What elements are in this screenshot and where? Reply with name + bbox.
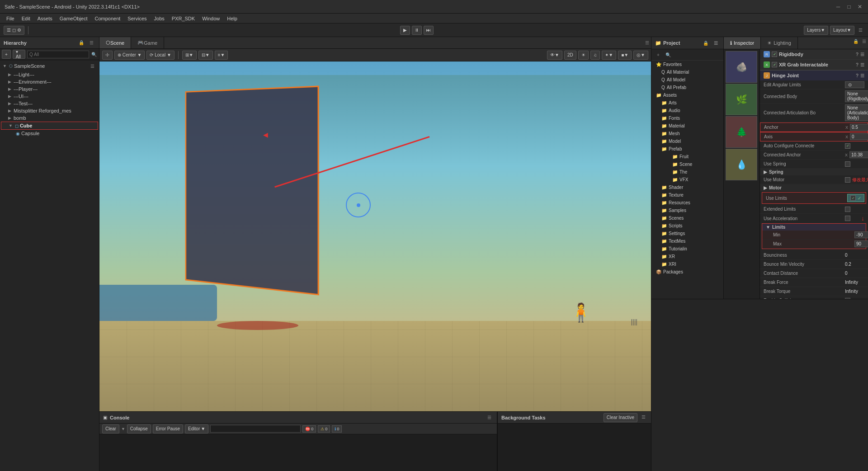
menu-pxr[interactable]: PXR_SDK [168,15,198,22]
project-folder-model[interactable]: 📁 Model [651,137,723,145]
project-folder-vfx[interactable]: 📁 VFX [651,176,723,184]
align-settings[interactable]: ≡▼ [215,51,228,60]
use-spring-checkbox[interactable] [845,161,864,167]
connected-articulation-value[interactable]: None (Articulation Body) ◎ [845,104,868,121]
snap-settings[interactable]: ⊟▼ [198,51,213,60]
anchor-x-input[interactable] [850,124,868,131]
menu-edit[interactable]: Edit [18,15,34,22]
use-acceleration-checkbox[interactable] [845,216,858,221]
edit-angular-limits-icon[interactable]: ⊙ [845,81,864,88]
menu-jobs[interactable]: Jobs [151,15,168,22]
project-folder-scene[interactable]: 📁 Scene [651,160,723,168]
hierarchy-item-ui[interactable]: ▶ ---UI--- [1,93,98,100]
enable-collision-checkbox[interactable] [845,298,864,299]
extended-limits-checkbox[interactable] [845,207,864,212]
project-folder-fruit[interactable]: 📁 Fruit [651,153,723,160]
inspector-menu-icon[interactable]: ☰ [860,37,868,45]
clear-inactive-button[interactable]: Clear Inactive [604,413,637,422]
light-toggle[interactable]: ☀ [578,51,589,60]
hierarchy-item-samplescene[interactable]: ▼ ⬡ SampleScene ☰ [1,61,98,71]
menu-file[interactable]: File [3,15,18,22]
connected-body-value[interactable]: None (Rigidbody) ◎ [845,90,868,102]
maximize-button[interactable]: □ [845,3,853,10]
clear-button[interactable]: Clear [102,424,119,433]
project-search-btn[interactable]: 🔍 [664,51,672,59]
hierarchy-add-button[interactable]: + [2,50,11,59]
project-folder-resources[interactable]: 📁 Resources [651,199,723,207]
console-search-input[interactable] [210,425,301,433]
hingejoint-settings-icon[interactable]: ☰ [860,73,864,78]
hierarchy-item-capsule[interactable]: ◉ Capsule [1,130,98,137]
hierarchy-item-player[interactable]: ▶ ---Player--- [1,85,98,93]
sample-terrain[interactable]: 🌿 [726,84,757,115]
project-folder-samples[interactable]: 📁 Samples [651,207,723,214]
tab-inspector[interactable]: ℹ Inspector [724,37,761,49]
hingejoint-help-icon[interactable]: ? [856,73,859,78]
sample-water[interactable]: 💧 [726,149,757,180]
axis-x-input[interactable] [850,133,868,140]
rigidbody-header[interactable]: R Rigidbody ? ☰ [760,49,868,59]
project-folder-all-material[interactable]: Q All Material [651,68,723,76]
tab-scene[interactable]: ⬡ Scene [99,37,131,48]
use-motor-check[interactable] [845,177,850,183]
project-folder-favorites[interactable]: ⭐ Favorites [651,61,723,68]
render-mode[interactable]: ■▼ [618,51,632,60]
gizmos-btn[interactable]: ◎▼ [633,51,648,60]
hierarchy-item-light[interactable]: ▶ ---Light--- [1,71,98,78]
hierarchy-item-menu[interactable]: ☰ [88,62,96,70]
motor-section[interactable]: ▶ Motor [760,184,868,191]
xrgrab-header[interactable]: X XR Grab Interactable ? ☰ [760,60,868,70]
viewport[interactable]: ◀ 🧍 |||| [99,61,651,411]
project-folder-prefab[interactable]: 📁 Prefab [651,145,723,153]
local-global[interactable]: ⟳ Local ▼ [146,51,174,60]
project-folder-xr[interactable]: 📁 XR [651,253,723,260]
hierarchy-item-environment[interactable]: ▶ ---Environment--- [1,78,98,85]
limits-min-input[interactable] [854,231,868,238]
project-folder-arts[interactable]: 📁 Arts [651,99,723,107]
fx-toggle[interactable]: ✦▼ [602,51,616,60]
hierarchy-item-mistsplitter[interactable]: ▶ Mistsplitter Reforged_mes [1,107,98,114]
hierarchy-item-test[interactable]: ▶ ---Test--- [1,100,98,107]
2d-toggle[interactable]: 2D [564,51,576,60]
project-folder-textmes[interactable]: 📁 TextMes [651,237,723,245]
project-folder-scripts[interactable]: 📁 Scripts [651,222,723,230]
step-button[interactable]: ⏭ [424,26,434,35]
menu-gameobject[interactable]: GameObject [56,15,91,22]
toolbar-settings-icon[interactable]: ☰ [856,26,864,34]
project-folder-material[interactable]: 📁 Material [651,122,723,130]
center-pivot[interactable]: ⊕ Center ▼ [114,51,145,60]
project-folder-texture[interactable]: 📁 Texture [651,191,723,199]
grid-settings[interactable]: ⊞▼ [182,51,197,60]
toolbar-tools[interactable]: ☰ ◻ ⚙ [4,26,24,35]
project-folder-all-prefab[interactable]: Q All Prefab [651,84,723,91]
extended-limits-check[interactable] [845,207,850,212]
spring-section[interactable]: ▶ Spring [760,169,868,175]
limits-max-input[interactable] [854,240,868,247]
project-folder-audio[interactable]: 📁 Audio [651,107,723,114]
console-menu-icon[interactable]: ☰ [485,414,493,422]
audio-toggle[interactable]: ♫ [590,51,600,60]
project-folder-the[interactable]: 📁 The [651,168,723,176]
hierarchy-filter-all[interactable]: ▾ All [13,50,25,59]
project-folder-packages[interactable]: 📦 Packages [651,268,723,276]
xrgrab-help-icon[interactable]: ? [856,62,859,67]
rigidbody-help-icon[interactable]: ? [856,52,859,57]
rigidbody-settings-icon[interactable]: ☰ [860,52,864,57]
project-folder-assets[interactable]: 📁 Assets [651,91,723,99]
collapse-button[interactable]: Collapse [127,424,151,433]
menu-component[interactable]: Component [91,15,124,22]
project-folder-settings[interactable]: 📁 Settings [651,230,723,237]
hierarchy-item-bomb[interactable]: ▶ bomb [1,114,98,122]
xrgrab-checkbox[interactable] [772,62,777,67]
project-folder-mesh[interactable]: 📁 Mesh [651,130,723,137]
project-folder-tutorialin[interactable]: 📁 Tutorialin [651,245,723,253]
scene-cube[interactable] [185,85,319,295]
layout-dropdown[interactable]: Layout ▼ [830,26,854,35]
error-pause-button[interactable]: Error Pause [153,424,183,433]
enable-collision-check[interactable] [845,298,850,299]
gizmo-camera[interactable]: 👁▼ [547,51,562,60]
use-motor-checkbox[interactable] [845,177,850,183]
project-folder-all-model[interactable]: Q All Model [651,76,723,84]
hingejoint-header[interactable]: J Hinge Joint ? ☰ [760,70,868,80]
project-folder-shader[interactable]: 📁 Shader [651,184,723,191]
